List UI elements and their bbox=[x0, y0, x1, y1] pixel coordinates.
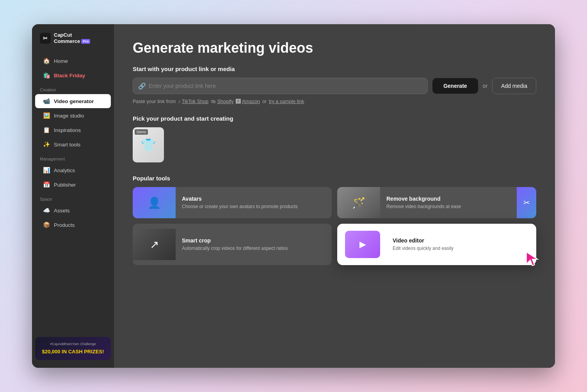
video-editor-thumbnail: ▶ bbox=[345, 231, 380, 258]
publisher-icon: 📅 bbox=[43, 181, 50, 188]
or-separator: or bbox=[483, 83, 487, 89]
space-section-label: Space bbox=[32, 192, 114, 203]
sidebar-item-analytics[interactable]: 📊 Analytics bbox=[35, 163, 111, 177]
paste-hint: Paste your link from ♪ TikTok Shop 🛍 Sho… bbox=[133, 99, 536, 104]
video-editor-desc: Edit videos quickly and easily bbox=[393, 245, 522, 252]
try-sample-link[interactable]: try a sample link bbox=[269, 99, 304, 104]
avatars-desc: Choose or create your own avatars to pro… bbox=[182, 203, 326, 210]
tool-card-smart-crop[interactable]: ↗ Smart crop Automatically crop videos f… bbox=[133, 224, 332, 265]
avatars-name: Avatars bbox=[182, 196, 326, 202]
sidebar-item-video-generator[interactable]: 📹 Video generator bbox=[35, 94, 111, 108]
product-preview-card[interactable]: Demo 👕 bbox=[133, 127, 164, 162]
smart-crop-info: Smart crop Automatically crop videos for… bbox=[176, 232, 332, 257]
smart-tools-icon: ✨ bbox=[43, 141, 50, 148]
product-link-input[interactable] bbox=[133, 78, 428, 94]
promo-cash-amount: $20,000 IN CASH PRIZES! bbox=[40, 348, 106, 355]
product-link-input-wrapper: 🔗 bbox=[133, 78, 428, 94]
analytics-icon: 📊 bbox=[43, 167, 50, 174]
product-section-label: Pick your product and start creating bbox=[133, 115, 536, 122]
product-link-row: 🔗 Generate or Add media bbox=[133, 78, 536, 94]
generate-button[interactable]: Generate bbox=[432, 78, 478, 94]
assets-icon: ☁️ bbox=[43, 207, 50, 214]
popular-tools-label: Popular tools bbox=[133, 175, 536, 182]
smart-crop-desc: Automatically crop videos for different … bbox=[182, 245, 326, 252]
amazon-link[interactable]: Amazon bbox=[242, 99, 260, 104]
avatars-info: Avatars Choose or create your own avatar… bbox=[176, 190, 332, 216]
sidebar-item-black-friday[interactable]: 🛍️ Black Friday bbox=[35, 68, 111, 82]
remove-bg-thumbnail: 🪄 bbox=[337, 187, 380, 218]
sidebar: ✂ CapCut CommercePro 🏠 Home 🛍️ Black Fri… bbox=[32, 24, 114, 368]
inspirations-icon: 📋 bbox=[43, 127, 50, 134]
cursor-pointer-icon bbox=[525, 250, 540, 268]
tiktok-shop-link[interactable]: ♪ TikTok Shop bbox=[178, 99, 208, 104]
products-icon: 📦 bbox=[43, 221, 50, 228]
input-section-label: Start with your product link or media bbox=[133, 66, 536, 72]
shopify-link[interactable]: Shopify bbox=[217, 99, 234, 104]
sidebar-item-image-studio[interactable]: 🖼️ Image studio bbox=[35, 109, 111, 123]
image-studio-icon: 🖼️ bbox=[43, 112, 50, 119]
remove-bg-desc: Remove video backgrounds at ease bbox=[386, 203, 530, 210]
sidebar-navigation: 🏠 Home 🛍️ Black Friday Creation 📹 Video … bbox=[32, 53, 114, 331]
sidebar-item-assets[interactable]: ☁️ Assets bbox=[35, 203, 111, 217]
main-content: Generate marketing videos Start with you… bbox=[114, 24, 555, 368]
tool-card-avatars[interactable]: 👤 Avatars Choose or create your own avat… bbox=[133, 187, 332, 218]
smart-crop-name: Smart crop bbox=[182, 237, 326, 244]
tools-grid: 👤 Avatars Choose or create your own avat… bbox=[133, 187, 536, 265]
avatars-thumb-icon: 👤 bbox=[148, 196, 161, 209]
main-window: ✂ CapCut CommercePro 🏠 Home 🛍️ Black Fri… bbox=[32, 24, 555, 368]
demo-badge: Demo bbox=[135, 129, 148, 135]
page-title: Generate marketing videos bbox=[133, 40, 536, 56]
tool-card-video-editor[interactable]: ▶ Video editor Edit videos quickly and e… bbox=[337, 224, 536, 265]
add-media-button[interactable]: Add media bbox=[492, 78, 536, 94]
logo-area: ✂ CapCut CommercePro bbox=[32, 32, 114, 53]
video-generator-icon: 📹 bbox=[43, 98, 50, 105]
remove-bg-info: Remove background Remove video backgroun… bbox=[380, 190, 536, 216]
link-icon: 🔗 bbox=[138, 82, 146, 90]
sidebar-item-home[interactable]: 🏠 Home bbox=[35, 54, 111, 68]
product-image: 👕 bbox=[141, 137, 156, 152]
video-editor-info: Video editor Edit videos quickly and eas… bbox=[386, 232, 528, 257]
tool-card-remove-background[interactable]: 🪄 Remove background Remove video backgro… bbox=[337, 187, 536, 218]
avatars-thumbnail: 👤 bbox=[133, 187, 176, 218]
smart-crop-thumbnail: ↗ bbox=[133, 229, 176, 260]
remove-bg-right-strip: ✂ bbox=[517, 187, 536, 218]
sidebar-item-smart-tools[interactable]: ✨ Smart tools bbox=[35, 137, 111, 151]
remove-bg-thumb-icon: 🪄 bbox=[352, 196, 366, 209]
sidebar-item-products[interactable]: 📦 Products bbox=[35, 218, 111, 232]
black-friday-icon: 🛍️ bbox=[43, 72, 50, 79]
promo-banner[interactable]: #CapAddHamYam Challenge $20,000 IN CASH … bbox=[35, 337, 111, 360]
remove-bg-name: Remove background bbox=[386, 196, 530, 202]
sidebar-item-inspirations[interactable]: 📋 Inspirations bbox=[35, 123, 111, 137]
sidebar-item-publisher[interactable]: 📅 Publisher bbox=[35, 178, 111, 192]
video-editor-thumb-icon: ▶ bbox=[359, 239, 366, 249]
video-editor-name: Video editor bbox=[393, 237, 522, 244]
management-section-label: Management bbox=[32, 152, 114, 163]
sidebar-promo-area: #CapAddHamYam Challenge $20,000 IN CASH … bbox=[32, 331, 114, 360]
smart-crop-thumb-icon: ↗ bbox=[150, 238, 159, 251]
promo-challenge-name: #CapAddHamYam Challenge bbox=[40, 342, 106, 347]
app-logo-text: CapCut CommercePro bbox=[54, 32, 90, 44]
creation-section-label: Creation bbox=[32, 83, 114, 94]
app-logo-icon: ✂ bbox=[40, 33, 51, 44]
home-icon: 🏠 bbox=[43, 57, 50, 64]
